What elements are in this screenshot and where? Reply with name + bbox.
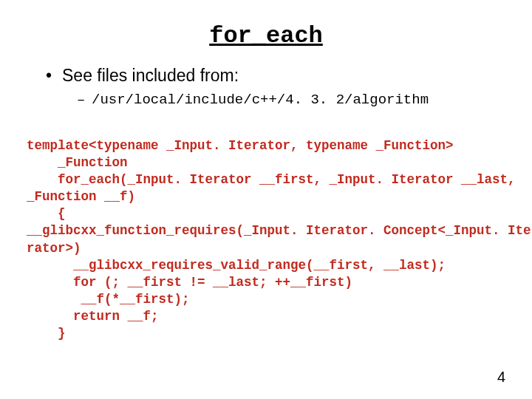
- code-line: __glibcxx_function_requires(_Input. Iter…: [27, 223, 531, 238]
- page-number: 4: [497, 369, 505, 386]
- slide: for_each •See files included from: –/usr…: [0, 0, 532, 399]
- bullet-1-text: See files included from:: [62, 66, 239, 85]
- code-line: _Function: [27, 155, 128, 170]
- code-line: rator>): [27, 241, 81, 256]
- bullet-level-2: –/usr/local/include/c++/4. 3. 2/algorith…: [77, 92, 511, 108]
- bullet-2-text: /usr/local/include/c++/4. 3. 2/algorithm: [92, 92, 429, 108]
- code-block: template<typename _Input. Iterator, type…: [27, 137, 505, 342]
- bullet-marker: •: [46, 66, 62, 86]
- code-line: return __f;: [27, 309, 159, 324]
- code-line: __f(*__first);: [27, 292, 190, 307]
- bullet-level-1: •See files included from:: [46, 66, 511, 86]
- slide-title: for_each: [21, 22, 511, 50]
- code-line: {: [27, 206, 66, 221]
- bullet-list: •See files included from: –/usr/local/in…: [46, 66, 511, 108]
- code-line: template<typename _Input. Iterator, type…: [27, 138, 454, 153]
- code-line: for (; __first != __last; ++__first): [27, 275, 352, 290]
- code-line: _Function __f): [27, 189, 135, 204]
- code-line: }: [27, 326, 66, 341]
- code-line: __glibcxx_requires_valid_range(__first, …: [27, 258, 446, 273]
- bullet-marker: –: [77, 92, 92, 108]
- code-line: for_each(_Input. Iterator __first, _Inpu…: [27, 172, 516, 187]
